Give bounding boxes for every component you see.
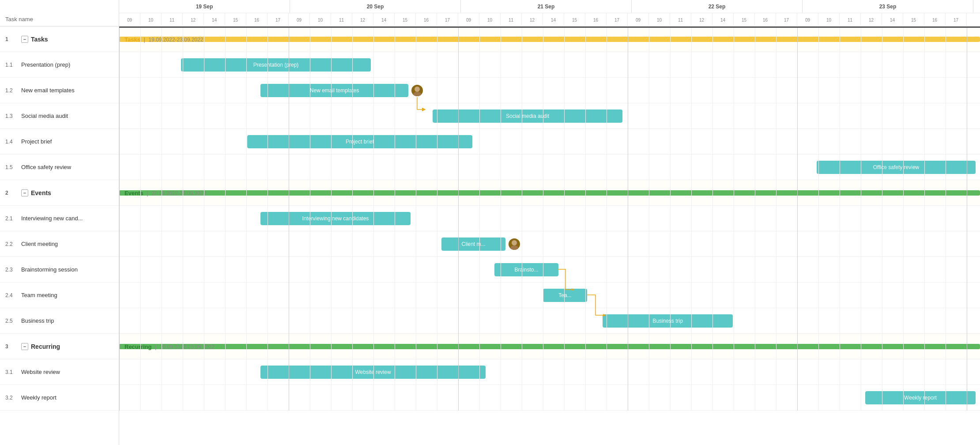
group-bar-recurring xyxy=(119,344,980,349)
date-group-21sep: 21 Sep xyxy=(461,0,632,13)
collapse-btn-2[interactable]: − xyxy=(21,189,28,196)
bar-label-business-trip: Business trip xyxy=(652,318,683,324)
row-num-2-5: 2.5 xyxy=(5,318,18,324)
bar-label-brainstorming: Brainsto... xyxy=(514,267,538,273)
hour-cell-1-16: 16 xyxy=(416,13,437,26)
bar-project-brief[interactable]: Project brief xyxy=(247,135,472,148)
hour-cell-2-12: 12 xyxy=(522,13,543,26)
progress-line-top xyxy=(119,26,980,28)
task-label-1-1: Presentation (prep) xyxy=(21,61,70,68)
group-1-label: Tasks xyxy=(31,36,48,43)
hour-cell-1-11: 11 xyxy=(331,13,352,26)
task-row-group-3: 3 − Recurring xyxy=(0,334,119,359)
svg-point-1 xyxy=(413,92,421,96)
task-row-2-3: 2.3 Brainstorming session xyxy=(0,257,119,283)
task-label-1-4: Project brief xyxy=(21,138,52,145)
hour-cell-1-17: 17 xyxy=(437,13,458,26)
bar-label-client-meeting: Client m... xyxy=(461,241,485,247)
bar-label-presentation: Presentation (prep) xyxy=(253,62,299,68)
hour-cell-2-10: 10 xyxy=(479,13,501,26)
row-num-1-5: 1.5 xyxy=(5,164,18,170)
chart-row-2-2: Client m... xyxy=(119,231,980,257)
chart-row-3-1: Website review xyxy=(119,359,980,385)
row-num-1: 1 xyxy=(5,36,18,42)
bar-label-office-safety: Office safety review xyxy=(873,164,919,170)
hour-cell-2-14: 14 xyxy=(543,13,564,26)
chart-row-2-1: Interviewing new candidates xyxy=(119,206,980,231)
hour-cell-3-17: 17 xyxy=(776,13,797,26)
group-bar-tasks xyxy=(119,37,980,42)
hour-cell-4-17: 17 xyxy=(946,13,967,26)
bar-brainstorming[interactable]: Brainsto... xyxy=(494,263,558,276)
task-row-1-5: 1.5 Office safety review xyxy=(0,155,119,180)
row-num-1-4: 1.4 xyxy=(5,139,18,145)
collapse-btn-3[interactable]: − xyxy=(21,343,28,350)
task-row-2-4: 2.4 Team meeting xyxy=(0,283,119,308)
chart-row-1-2: New email templates xyxy=(119,78,980,103)
bar-new-email[interactable]: New email templates xyxy=(260,84,408,97)
avatar-new-email xyxy=(411,84,424,97)
hour-cell-0-09: 09 xyxy=(119,13,140,26)
hour-cell-0-11: 11 xyxy=(162,13,183,26)
bar-client-meeting[interactable]: Client m... xyxy=(441,238,505,251)
connector-brainstorming-team xyxy=(558,263,584,298)
chart-row-1-1: Presentation (prep) xyxy=(119,52,980,78)
bar-social-media[interactable]: Social media audit xyxy=(433,109,622,123)
bar-interviewing[interactable]: Interviewing new candidates xyxy=(260,212,411,225)
hour-cell-3-14: 14 xyxy=(712,13,734,26)
task-name-column-header: Task name xyxy=(5,16,33,23)
avatar-client-meeting xyxy=(508,238,521,251)
hour-cell-0-12: 12 xyxy=(183,13,204,26)
hour-cell-1-10: 10 xyxy=(310,13,331,26)
date-group-23sep: 23 Sep xyxy=(803,0,973,13)
task-row-1-3: 1.3 Social media audit xyxy=(0,103,119,129)
hour-cell-3-16: 16 xyxy=(755,13,776,26)
hour-cell-4-11: 11 xyxy=(840,13,861,26)
task-list-header: Task name xyxy=(0,0,119,26)
hour-cell-0-15: 15 xyxy=(225,13,246,26)
row-num-1-3: 1.3 xyxy=(5,113,18,119)
row-num-3-2: 3.2 xyxy=(5,395,18,401)
chart-row-3-2: Weekly report xyxy=(119,385,980,411)
bar-presentation[interactable]: Presentation (prep) xyxy=(181,58,371,72)
bar-label-new-email: New email templates xyxy=(310,87,359,94)
hour-cell-3-10: 10 xyxy=(649,13,670,26)
task-row-1-2: 1.2 New email templates xyxy=(0,78,119,103)
hour-cell-0-10: 10 xyxy=(140,13,162,26)
hour-cell-4-16: 16 xyxy=(924,13,946,26)
task-label-1-5: Office safety review xyxy=(21,164,71,170)
task-label-2-2: Client meeting xyxy=(21,241,58,247)
task-row-2-2: 2.2 Client meeting xyxy=(0,231,119,257)
hour-cell-0-16: 16 xyxy=(246,13,268,26)
hour-cell-0-14: 14 xyxy=(204,13,225,26)
chart-row-2-5: Business trip xyxy=(119,308,980,334)
task-row-3-2: 3.2 Weekly report xyxy=(0,385,119,411)
chart-row-2-3: Brainsto... xyxy=(119,257,980,283)
task-row-2-5: 2.5 Business trip xyxy=(0,308,119,334)
chart-row-group-3: Recurring | 20.09.2022-23.09.2022 xyxy=(119,334,980,359)
chart-body: Tasks | 19.09.2022-23.09.2022 Presentati… xyxy=(119,26,980,411)
hour-cell-2-09: 09 xyxy=(458,13,479,26)
task-label-3-2: Weekly report xyxy=(21,394,57,401)
date-group-20sep: 20 Sep xyxy=(290,0,461,13)
connector-team-business xyxy=(587,289,618,324)
collapse-btn-1[interactable]: − xyxy=(21,36,28,43)
date-row-bottom: 0910111214151617091011121415161709101112… xyxy=(119,13,980,26)
chart-area: 19 Sep 20 Sep 21 Sep 22 Sep 23 Sep 09101… xyxy=(119,0,980,445)
task-label-3-1: Website review xyxy=(21,369,60,375)
hour-cell-2-15: 15 xyxy=(564,13,585,26)
chart-header: 19 Sep 20 Sep 21 Sep 22 Sep 23 Sep 09101… xyxy=(119,0,980,26)
bar-website-review[interactable]: Website review xyxy=(260,366,486,379)
bar-weekly-report[interactable]: Weekly report xyxy=(865,391,976,404)
gantt-container: Task name 1 − Tasks 1.1 Presentation (pr… xyxy=(0,0,980,445)
row-num-3: 3 xyxy=(5,343,18,350)
chart-row-1-3: Social media audit xyxy=(119,103,980,129)
row-num-2-1: 2.1 xyxy=(5,215,18,222)
hour-cell-4-12: 12 xyxy=(861,13,882,26)
row-num-2: 2 xyxy=(5,190,18,196)
svg-point-2 xyxy=(512,240,517,245)
date-group-22sep: 22 Sep xyxy=(632,0,803,13)
bar-business-trip[interactable]: Business trip xyxy=(603,314,733,328)
bar-office-safety[interactable]: Office safety review xyxy=(817,161,976,174)
hour-cell-0-17: 17 xyxy=(268,13,289,26)
